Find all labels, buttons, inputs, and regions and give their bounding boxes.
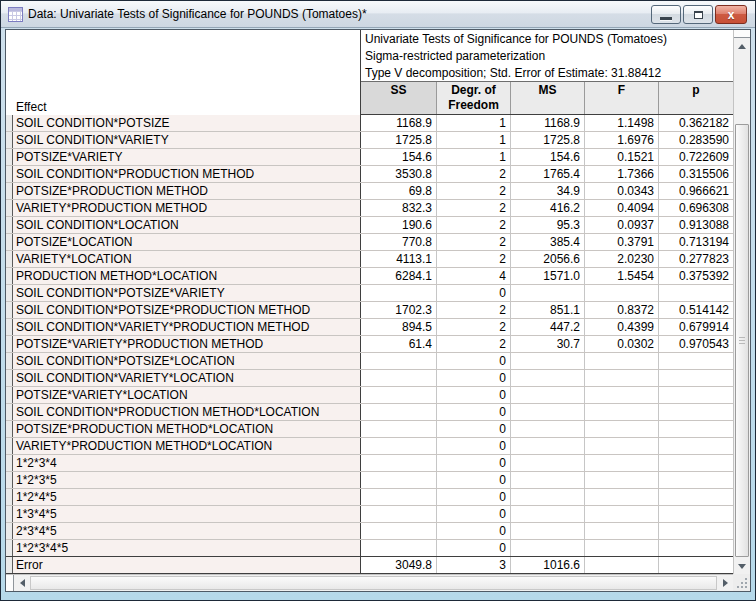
resize-grip-icon[interactable] bbox=[737, 578, 747, 588]
row-gutter[interactable] bbox=[6, 217, 13, 233]
ms-cell[interactable] bbox=[511, 506, 585, 522]
df-cell[interactable]: 2 bbox=[437, 200, 511, 216]
ms-cell[interactable] bbox=[511, 438, 585, 454]
row-gutter[interactable] bbox=[6, 523, 13, 539]
effect-cell[interactable]: Error bbox=[13, 557, 361, 573]
p-cell[interactable] bbox=[659, 404, 733, 420]
f-cell[interactable]: 0.3791 bbox=[585, 234, 659, 250]
p-cell[interactable] bbox=[659, 489, 733, 505]
df-cell[interactable]: 2 bbox=[437, 336, 511, 352]
df-cell[interactable]: 0 bbox=[437, 404, 511, 420]
df-cell[interactable]: 3 bbox=[437, 557, 511, 573]
ss-cell[interactable] bbox=[361, 438, 437, 454]
ss-cell[interactable] bbox=[361, 489, 437, 505]
df-cell[interactable]: 0 bbox=[437, 523, 511, 539]
vertical-split-box[interactable] bbox=[734, 30, 750, 38]
ss-cell[interactable] bbox=[361, 472, 437, 488]
ms-cell[interactable] bbox=[511, 285, 585, 301]
ms-cell[interactable]: 30.7 bbox=[511, 336, 585, 352]
ms-cell[interactable] bbox=[511, 472, 585, 488]
vertical-scroll-thumb[interactable] bbox=[735, 124, 749, 557]
horizontal-scrollbar[interactable] bbox=[6, 574, 733, 591]
f-cell[interactable] bbox=[585, 472, 659, 488]
p-cell[interactable] bbox=[659, 455, 733, 471]
ms-cell[interactable] bbox=[511, 387, 585, 403]
p-cell[interactable] bbox=[659, 421, 733, 437]
df-cell[interactable]: 2 bbox=[437, 166, 511, 182]
f-cell[interactable] bbox=[585, 540, 659, 556]
effect-cell[interactable]: 2*3*4*5 bbox=[13, 523, 361, 539]
p-cell[interactable] bbox=[659, 540, 733, 556]
scroll-right-button[interactable] bbox=[717, 575, 733, 591]
ms-cell[interactable]: 95.3 bbox=[511, 217, 585, 233]
column-header-p[interactable]: p bbox=[659, 82, 733, 114]
f-cell[interactable]: 0.4399 bbox=[585, 319, 659, 335]
ms-cell[interactable]: 385.4 bbox=[511, 234, 585, 250]
f-cell[interactable]: 2.0230 bbox=[585, 251, 659, 267]
f-cell[interactable] bbox=[585, 387, 659, 403]
effect-cell[interactable]: VARIETY*PRODUCTION METHOD bbox=[13, 200, 361, 216]
p-cell[interactable]: 0.913088 bbox=[659, 217, 733, 233]
column-header-ms[interactable]: MS bbox=[511, 82, 585, 114]
row-gutter[interactable] bbox=[6, 319, 13, 335]
row-gutter[interactable] bbox=[6, 302, 13, 318]
f-cell[interactable]: 0.8372 bbox=[585, 302, 659, 318]
row-gutter[interactable] bbox=[6, 506, 13, 522]
ss-cell[interactable] bbox=[361, 387, 437, 403]
f-cell[interactable] bbox=[585, 506, 659, 522]
effect-header-cell[interactable]: Effect bbox=[6, 30, 361, 115]
p-cell[interactable] bbox=[659, 506, 733, 522]
ms-cell[interactable]: 1765.4 bbox=[511, 166, 585, 182]
p-cell[interactable]: 0.696308 bbox=[659, 200, 733, 216]
ss-cell[interactable] bbox=[361, 353, 437, 369]
ss-cell[interactable]: 3530.8 bbox=[361, 166, 437, 182]
f-cell[interactable] bbox=[585, 370, 659, 386]
ss-cell[interactable]: 4113.1 bbox=[361, 251, 437, 267]
effect-cell[interactable]: POTSIZE*VARIETY*LOCATION bbox=[13, 387, 361, 403]
row-gutter[interactable] bbox=[6, 540, 13, 556]
effect-cell[interactable]: POTSIZE*PRODUCTION METHOD*LOCATION bbox=[13, 421, 361, 437]
effect-cell[interactable]: SOIL CONDITION*VARIETY*LOCATION bbox=[13, 370, 361, 386]
f-cell[interactable] bbox=[585, 557, 659, 573]
df-cell[interactable]: 0 bbox=[437, 421, 511, 437]
effect-cell[interactable]: SOIL CONDITION*POTSIZE*LOCATION bbox=[13, 353, 361, 369]
column-header-ss[interactable]: SS bbox=[361, 82, 437, 114]
ss-cell[interactable] bbox=[361, 523, 437, 539]
effect-cell[interactable]: 1*2*3*5 bbox=[13, 472, 361, 488]
p-cell[interactable]: 0.514142 bbox=[659, 302, 733, 318]
spreadsheet-icon[interactable] bbox=[8, 7, 23, 22]
ss-cell[interactable] bbox=[361, 506, 437, 522]
p-cell[interactable] bbox=[659, 353, 733, 369]
row-gutter[interactable] bbox=[6, 336, 13, 352]
effect-cell[interactable]: SOIL CONDITION*POTSIZE bbox=[13, 115, 361, 131]
ms-cell[interactable]: 447.2 bbox=[511, 319, 585, 335]
f-cell[interactable]: 0.0343 bbox=[585, 183, 659, 199]
df-cell[interactable]: 2 bbox=[437, 319, 511, 335]
ss-cell[interactable]: 6284.1 bbox=[361, 268, 437, 284]
scroll-up-button[interactable] bbox=[734, 38, 750, 54]
row-gutter[interactable] bbox=[6, 285, 13, 301]
row-gutter[interactable] bbox=[6, 404, 13, 420]
ss-cell[interactable] bbox=[361, 540, 437, 556]
f-cell[interactable] bbox=[585, 438, 659, 454]
p-cell[interactable] bbox=[659, 438, 733, 454]
row-gutter[interactable] bbox=[6, 132, 13, 148]
effect-cell[interactable]: VARIETY*PRODUCTION METHOD*LOCATION bbox=[13, 438, 361, 454]
df-cell[interactable]: 2 bbox=[437, 183, 511, 199]
p-cell[interactable] bbox=[659, 557, 733, 573]
df-cell[interactable]: 0 bbox=[437, 489, 511, 505]
effect-cell[interactable]: 1*2*4*5 bbox=[13, 489, 361, 505]
f-cell[interactable]: 0.1521 bbox=[585, 149, 659, 165]
f-cell[interactable]: 1.5454 bbox=[585, 268, 659, 284]
effect-cell[interactable]: SOIL CONDITION*LOCATION bbox=[13, 217, 361, 233]
f-cell[interactable]: 0.0937 bbox=[585, 217, 659, 233]
ms-cell[interactable] bbox=[511, 421, 585, 437]
ss-cell[interactable]: 1168.9 bbox=[361, 115, 437, 131]
ms-cell[interactable]: 1725.8 bbox=[511, 132, 585, 148]
p-cell[interactable]: 0.713194 bbox=[659, 234, 733, 250]
df-cell[interactable]: 4 bbox=[437, 268, 511, 284]
ss-cell[interactable]: 1702.3 bbox=[361, 302, 437, 318]
effect-cell[interactable]: 1*2*3*4 bbox=[13, 455, 361, 471]
df-cell[interactable]: 0 bbox=[437, 540, 511, 556]
ms-cell[interactable] bbox=[511, 404, 585, 420]
